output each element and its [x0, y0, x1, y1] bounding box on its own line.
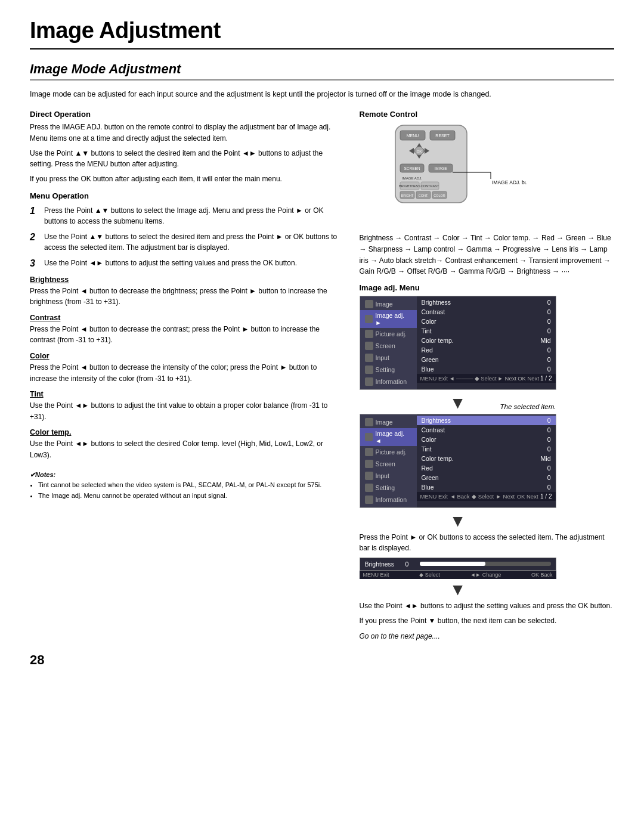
page-number: 28: [30, 652, 44, 668]
menu-right-brightness: Brightness0: [417, 298, 556, 307]
svg-text:SCREEN: SCREEN: [404, 166, 420, 171]
if-press-text: If you press the Point ▼ button, the nex…: [360, 615, 615, 627]
menu-right2-tint: Tint0: [417, 444, 556, 454]
menu-page-2: 1 / 2: [540, 493, 552, 500]
menu-left2-item-pictureadj: Picture adj.: [360, 446, 417, 458]
selected-item-note: The selected item.: [500, 403, 556, 410]
press-point-text: Press the Point ► or OK buttons to acces…: [360, 532, 615, 554]
input-icon-2: [365, 472, 373, 480]
left-column: Direct Operation Press the IMAGE ADJ. bu…: [30, 110, 342, 640]
menu-left2-item-imageadj: Image adj. ◄: [360, 428, 417, 446]
main-title: Image Adjustment: [30, 18, 614, 49]
menu-right2-blue: Blue0: [417, 482, 556, 492]
step-text-2: Use the Point ▲▼ buttons to select the d…: [44, 231, 342, 253]
remote-control-svg: MENU RESET OK: [360, 122, 527, 224]
menu-right-colortemp: Color temp.Mid: [417, 336, 556, 345]
flow-text: Brightness → Contrast → Color → Tint → C…: [360, 233, 615, 277]
colortemp-heading: Color temp.: [30, 428, 342, 436]
menu-right-1: Brightness0 Contrast0 Color0 Tint0 Color…: [417, 296, 556, 389]
svg-text:COLOR: COLOR: [434, 194, 445, 197]
direct-op-para2: Use the Point ▲▼ buttons to select the d…: [30, 148, 342, 170]
svg-text:BRIGHT: BRIGHT: [401, 194, 413, 197]
intro-paragraph: Image mode can be adjusted for each inpu…: [30, 89, 614, 100]
colortemp-text: Use the Point ◄► buttons to select the d…: [30, 438, 342, 460]
down-arrow-3: ▼: [360, 581, 556, 598]
color-heading: Color: [30, 352, 342, 360]
brightness-bar-ui: Brightness 0: [360, 558, 556, 571]
tint-heading: Tint: [30, 390, 342, 398]
step-text-1: Press the Point ▲▼ buttons to select the…: [44, 205, 342, 227]
setting-icon-2: [365, 484, 373, 492]
pictureadj-icon-2: [365, 448, 373, 456]
menu-left2-item-information: Information: [360, 494, 417, 506]
svg-text:BRIGHTNESS: BRIGHTNESS: [399, 184, 420, 188]
down-arrow-2: ▼: [360, 513, 556, 529]
menu-right-contrast: Contrast0: [417, 307, 556, 317]
menu-steps-list: 1 Press the Point ▲▼ buttons to select t…: [30, 205, 342, 269]
menu-right-2: Brightness0 Contrast0 Color0 Tint0 Color…: [417, 414, 556, 507]
remote-control-image: MENU RESET OK: [360, 122, 527, 225]
menu-left-item-screen: Screen: [360, 340, 417, 352]
menu-footer-2: MENU Exit ◄ Back ◆ Select ► Next OK Next…: [417, 492, 556, 501]
menu-right2-green: Green0: [417, 473, 556, 482]
brightness-bar-track: [420, 562, 551, 566]
menu-left2-item-screen: Screen: [360, 458, 417, 470]
menu-right-blue: Blue0: [417, 364, 556, 374]
image-icon-2: [365, 418, 373, 426]
menu-right2-red: Red0: [417, 463, 556, 473]
footer-back-2: ◄ Back: [450, 493, 469, 500]
menu-ui-2-inner: Image Image adj. ◄ Picture adj. Screen I…: [360, 414, 556, 507]
screen-icon-2: [365, 460, 373, 468]
bottom-bar: 28: [30, 652, 614, 668]
note-2: The Image adj. Menu cannot be operated w…: [38, 491, 342, 500]
menu-left2-item-image: Image: [360, 416, 417, 428]
notes-list: Tint cannot be selected when the video s…: [30, 481, 342, 500]
menu-right2-brightness: Brightness0: [417, 416, 556, 425]
screen-icon: [365, 342, 373, 350]
footer-exit-1: MENU Exit: [420, 375, 448, 382]
image-icon: [365, 300, 373, 308]
input-icon: [365, 354, 373, 362]
use-point-text: Use the Point ◄► buttons to adjust the s…: [360, 600, 615, 612]
menu-left-1: Image Image adj. ► Picture adj. Screen I…: [360, 296, 417, 389]
menu-left2-item-setting: Setting: [360, 482, 417, 494]
footer-select-1: ◆ Select: [475, 375, 497, 382]
contrast-text: Press the Point ◄ button to decrease the…: [30, 324, 342, 346]
direct-op-para3: If you press the OK button after adjusti…: [30, 174, 342, 185]
brightness-text: Press the Point ◄ button to decrease the…: [30, 286, 342, 308]
image-adj-menu-label: Image adj. Menu: [360, 283, 615, 292]
go-on-text: Go on to the next page....: [360, 632, 615, 640]
brightness-bar-fill: [420, 562, 485, 566]
svg-text:OK: OK: [416, 150, 422, 153]
menu-footer-1: MENU Exit ◄ ——— ◆ Select ► Next OK Next …: [417, 374, 556, 383]
contrast-heading: Contrast: [30, 314, 342, 322]
brightness-bar-footer: MENU Exit ◆ Select ◄► Change OK Back: [360, 571, 556, 579]
svg-text:CONT.: CONT.: [418, 194, 428, 197]
svg-text:MENU: MENU: [406, 134, 419, 138]
menu-left-2: Image Image adj. ◄ Picture adj. Screen I…: [360, 414, 417, 507]
information-icon-2: [365, 496, 373, 504]
step-num-3: 3: [30, 258, 39, 269]
right-column: Remote Control MENU RESET: [360, 110, 615, 640]
menu-left-item-input: Input: [360, 352, 417, 364]
pictureadj-icon: [365, 330, 373, 338]
direct-operation-heading: Direct Operation: [30, 110, 342, 119]
bar-footer-select: ◆ Select: [419, 572, 440, 578]
svg-text:CONTRAST: CONTRAST: [420, 184, 439, 188]
step-num-2: 2: [30, 231, 39, 253]
footer-back-1: ◄ ———: [449, 375, 473, 382]
footer-select-2: ◆ Select: [472, 493, 494, 500]
brightness-bar-value: 0: [405, 561, 415, 568]
step-num-1: 1: [30, 205, 39, 227]
menu-right2-contrast: Contrast0: [417, 425, 556, 435]
menu-right2-colortemp: Color temp.Mid: [417, 454, 556, 463]
menu-right-tint: Tint0: [417, 326, 556, 336]
brightness-bar-row: Brightness 0: [365, 561, 551, 568]
menu-left-item-setting: Setting: [360, 364, 417, 376]
bar-footer-ok: OK Back: [531, 572, 553, 578]
svg-text:RESET: RESET: [435, 134, 450, 138]
note-1: Tint cannot be selected when the video s…: [38, 481, 342, 490]
svg-text:IMAGE ADJ. button: IMAGE ADJ. button: [492, 179, 527, 185]
menu-right-color: Color0: [417, 317, 556, 326]
direct-op-para1: Press the IMAGE ADJ. button on the remot…: [30, 122, 342, 144]
